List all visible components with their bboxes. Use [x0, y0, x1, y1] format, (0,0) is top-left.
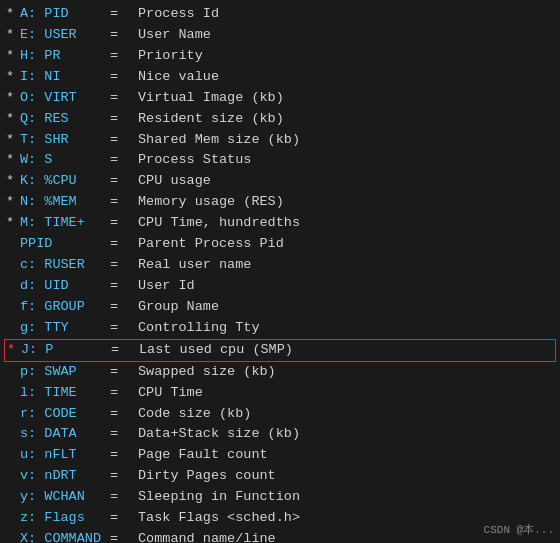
star-indicator: *: [6, 25, 20, 46]
equals-sign: =: [110, 213, 138, 234]
key-label: I: NI: [20, 67, 110, 88]
equals-sign: =: [110, 88, 138, 109]
line-time: *M: TIME+ = CPU Time, hundredths: [6, 213, 554, 234]
equals-sign: =: [110, 383, 138, 404]
equals-sign: =: [110, 276, 138, 297]
equals-sign: =: [110, 4, 138, 25]
line-pid: *A: PID = Process Id: [6, 4, 554, 25]
key-label: s: DATA: [20, 424, 110, 445]
key-label: Q: RES: [20, 109, 110, 130]
key-label: y: WCHAN: [20, 487, 110, 508]
key-label: l: TIME: [20, 383, 110, 404]
key-label: v: nDRT: [20, 466, 110, 487]
equals-sign: =: [110, 318, 138, 339]
key-label: E: USER: [20, 25, 110, 46]
key-label: u: nFLT: [20, 445, 110, 466]
line-pr: *H: PR = Priority: [6, 46, 554, 67]
equals-sign: =: [110, 404, 138, 425]
line-ppid: PPID = Parent Process Pid: [6, 234, 554, 255]
line-s: *W: S = Process Status: [6, 150, 554, 171]
equals-sign: =: [110, 529, 138, 543]
equals-sign: =: [110, 234, 138, 255]
key-label: T: SHR: [20, 130, 110, 151]
key-label: J: P: [21, 340, 111, 361]
line-flags: z: Flags = Task Flags <sched.h>: [6, 508, 554, 529]
value-text: Page Fault count: [138, 445, 268, 466]
value-text: User Id: [138, 276, 195, 297]
line-nflt: u: nFLT = Page Fault count: [6, 445, 554, 466]
star-indicator: *: [7, 340, 21, 361]
key-label: PPID: [20, 234, 110, 255]
equals-sign: =: [110, 46, 138, 67]
line-ni: *I: NI = Nice value: [6, 67, 554, 88]
key-label: W: S: [20, 150, 110, 171]
equals-sign: =: [110, 192, 138, 213]
line-ruser: c: RUSER = Real user name: [6, 255, 554, 276]
equals-sign: =: [110, 466, 138, 487]
star-indicator: *: [6, 130, 20, 151]
watermark: CSDN @本...: [484, 522, 554, 537]
value-text: Virtual Image (kb): [138, 88, 284, 109]
equals-sign: =: [110, 297, 138, 318]
star-indicator: *: [6, 150, 20, 171]
line-tty: g: TTY = Controlling Tty: [6, 318, 554, 339]
line-cpu: *K: %CPU = CPU usage: [6, 171, 554, 192]
value-text: Priority: [138, 46, 203, 67]
key-label: c: RUSER: [20, 255, 110, 276]
value-text: Shared Mem size (kb): [138, 130, 300, 151]
equals-sign: =: [110, 25, 138, 46]
key-label: X: COMMAND: [20, 529, 110, 543]
key-label: d: UID: [20, 276, 110, 297]
key-label: H: PR: [20, 46, 110, 67]
star-indicator: *: [6, 109, 20, 130]
value-text: Sleeping in Function: [138, 487, 300, 508]
equals-sign: =: [110, 424, 138, 445]
key-label: r: CODE: [20, 404, 110, 425]
line-user: *E: USER = User Name: [6, 25, 554, 46]
value-text: Nice value: [138, 67, 219, 88]
key-label: K: %CPU: [20, 171, 110, 192]
equals-sign: =: [110, 171, 138, 192]
value-text: Task Flags <sched.h>: [138, 508, 300, 529]
value-text: Process Id: [138, 4, 219, 25]
line-code: r: CODE = Code size (kb): [6, 404, 554, 425]
value-text: Last used cpu (SMP): [139, 340, 293, 361]
line-shr: *T: SHR = Shared Mem size (kb): [6, 130, 554, 151]
equals-sign: =: [110, 67, 138, 88]
value-text: Group Name: [138, 297, 219, 318]
value-text: Memory usage (RES): [138, 192, 284, 213]
star-indicator: *: [6, 171, 20, 192]
star-indicator: *: [6, 67, 20, 88]
equals-sign: =: [111, 340, 139, 361]
value-text: Resident size (kb): [138, 109, 284, 130]
line-p: *J: P = Last used cpu (SMP): [4, 339, 556, 362]
key-label: N: %MEM: [20, 192, 110, 213]
value-text: Code size (kb): [138, 404, 251, 425]
value-text: Dirty Pages count: [138, 466, 276, 487]
value-text: User Name: [138, 25, 211, 46]
value-text: CPU Time, hundredths: [138, 213, 300, 234]
key-label: p: SWAP: [20, 362, 110, 383]
line-ndrt: v: nDRT = Dirty Pages count: [6, 466, 554, 487]
star-indicator: *: [6, 4, 20, 25]
line-data: s: DATA = Data+Stack size (kb): [6, 424, 554, 445]
key-label: M: TIME+: [20, 213, 110, 234]
value-text: CPU usage: [138, 171, 211, 192]
line-group: f: GROUP = Group Name: [6, 297, 554, 318]
value-text: Data+Stack size (kb): [138, 424, 300, 445]
line-uid: d: UID = User Id: [6, 276, 554, 297]
value-text: Process Status: [138, 150, 251, 171]
value-text: Swapped size (kb): [138, 362, 276, 383]
key-label: O: VIRT: [20, 88, 110, 109]
line-swap: p: SWAP = Swapped size (kb): [6, 362, 554, 383]
line-timec: l: TIME = CPU Time: [6, 383, 554, 404]
star-indicator: *: [6, 46, 20, 67]
line-wchan: y: WCHAN = Sleeping in Function: [6, 487, 554, 508]
equals-sign: =: [110, 109, 138, 130]
line-virt: *O: VIRT = Virtual Image (kb): [6, 88, 554, 109]
equals-sign: =: [110, 508, 138, 529]
key-label: f: GROUP: [20, 297, 110, 318]
equals-sign: =: [110, 130, 138, 151]
key-label: g: TTY: [20, 318, 110, 339]
line-command: X: COMMAND = Command name/line: [6, 529, 554, 543]
